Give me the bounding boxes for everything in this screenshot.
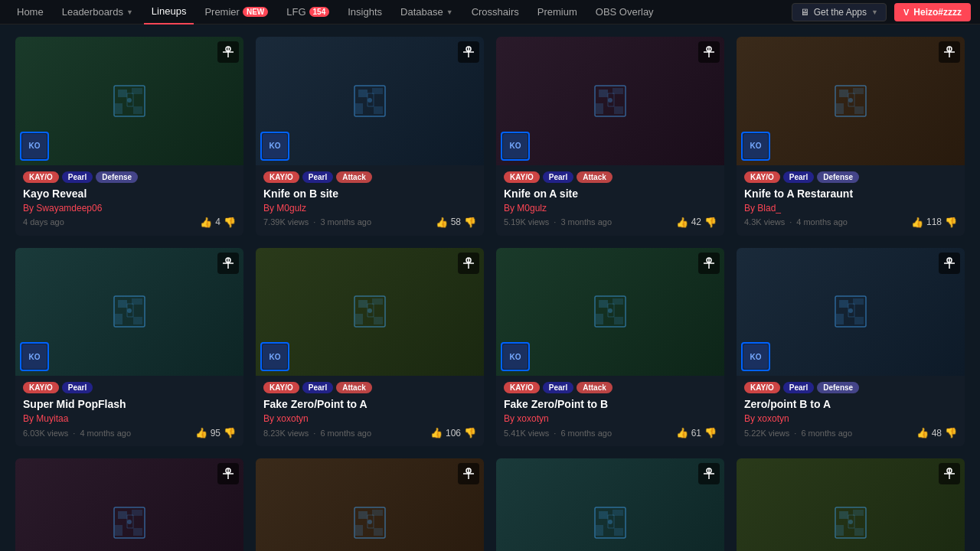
nav-lfg[interactable]: LFG 154: [279, 0, 337, 24]
card-0[interactable]: KO KAY/OPearlDefense Kayo Reveal By Sway…: [15, 37, 243, 236]
thumbnail: KO: [496, 248, 724, 377]
get-apps-button[interactable]: 🖥 Get the Apps ▼: [792, 3, 887, 21]
nav-insights[interactable]: Insights: [340, 0, 390, 24]
upvote-button[interactable]: 👍: [676, 427, 688, 439]
card-body: KAY/OPearlDefense Kayo Reveal By Swayamd…: [15, 165, 243, 236]
svg-rect-75: [115, 525, 122, 536]
card-5[interactable]: KO KAY/OPearlAttack Fake Zero/Point to A…: [256, 248, 484, 447]
svg-point-5: [127, 98, 132, 103]
card-9[interactable]: KO KAY/OPearlAttack B Site Fragment for …: [256, 458, 484, 551]
card-meta: 4.3K views · 4 months ago 👍 118 👎: [744, 217, 957, 228]
card-7[interactable]: KO KAY/OPearlDefense Zero/point B to A B…: [737, 248, 965, 447]
nav-database[interactable]: Database ▼: [393, 0, 461, 24]
agent-avatar: KO: [741, 342, 770, 371]
vote-count: 42: [691, 217, 701, 227]
svg-rect-94: [614, 528, 623, 536]
svg-rect-1: [118, 90, 127, 97]
card-author[interactable]: By xoxotyn: [263, 413, 476, 424]
nav-home[interactable]: Home: [9, 0, 51, 24]
card-votes: 👍 58 👎: [436, 217, 476, 228]
card-author[interactable]: By M0gulz: [504, 203, 717, 214]
thumbnail-image: [15, 37, 243, 165]
card-11[interactable]: KO KAY/OPearlAttack Flash - A Restaurant…: [737, 458, 965, 551]
nav-obs-overlay[interactable]: OBS Overlay: [588, 0, 662, 24]
tags-container: KAY/OPearlDefense: [23, 171, 236, 183]
nav-lineups[interactable]: Lineups: [144, 0, 194, 24]
card-2[interactable]: KO KAY/OPearlAttack Knife on A site By M…: [496, 37, 724, 236]
downvote-button[interactable]: 👎: [464, 217, 476, 228]
lineup-type-icon: [698, 41, 720, 63]
card-author[interactable]: By xoxotyn: [504, 413, 717, 424]
svg-rect-30: [836, 103, 844, 114]
nav-leaderboards[interactable]: Leaderboards ▼: [54, 0, 141, 24]
downvote-button[interactable]: 👎: [464, 427, 476, 439]
tag-agent: KAY/O: [504, 382, 540, 393]
lineup-type-icon: [939, 253, 960, 274]
thumbnail-image: [496, 248, 724, 377]
nav-crosshairs[interactable]: Crosshairs: [464, 0, 527, 24]
card-author[interactable]: By xoxotyn: [744, 413, 957, 424]
downvote-button[interactable]: 👎: [704, 427, 717, 439]
svg-point-77: [127, 520, 132, 524]
card-votes: 👍 4 👎: [200, 217, 236, 228]
downvote-button[interactable]: 👎: [704, 217, 717, 228]
svg-point-50: [368, 308, 372, 313]
tags-container: KAY/OPearlAttack: [263, 171, 476, 183]
card-title: Fake Zero/Point to A: [263, 398, 476, 410]
downvote-button[interactable]: 👎: [224, 217, 236, 228]
upvote-button[interactable]: 👍: [911, 217, 923, 228]
upvote-button[interactable]: 👍: [195, 427, 207, 439]
agent-avatar: KO: [501, 342, 530, 371]
upvote-button[interactable]: 👍: [430, 427, 443, 439]
upvote-button[interactable]: 👍: [436, 217, 448, 228]
tag-attack: Attack: [336, 171, 372, 183]
card-title: Knife to A Restaraunt: [744, 187, 957, 200]
card-10[interactable]: KO KAY/OPearlDefense A Secret to A Main …: [496, 458, 724, 551]
card-time: 3 months ago: [560, 217, 612, 227]
tag-attack: Attack: [577, 382, 612, 393]
thumbnail-image: [737, 37, 965, 165]
lineup-type-icon: [698, 463, 720, 484]
downvote-button[interactable]: 👎: [224, 427, 236, 439]
main-content: KO KAY/OPearlDefense Kayo Reveal By Sway…: [0, 24, 980, 551]
card-6[interactable]: KO KAY/OPearlAttack Fake Zero/Point to B…: [496, 248, 724, 447]
user-menu-button[interactable]: V Heizo#zzzz: [894, 3, 971, 21]
card-votes: 👍 42 👎: [676, 217, 717, 228]
card-author[interactable]: By M0gulz: [263, 203, 476, 214]
tag-agent: KAY/O: [23, 171, 59, 183]
tags-container: KAY/OPearlAttack: [263, 382, 476, 393]
svg-rect-40: [133, 317, 142, 324]
card-3[interactable]: KO KAY/OPearlDefense Knife to A Restarau…: [737, 37, 965, 236]
card-1[interactable]: KO KAY/OPearlAttack Knife on B site By M…: [256, 37, 484, 236]
lfg-badge: 154: [309, 7, 330, 17]
thumbnail-image: [737, 458, 965, 551]
tag-defense: Defense: [96, 171, 138, 183]
vote-count: 106: [446, 428, 461, 439]
tag-map: Pearl: [783, 382, 814, 393]
svg-rect-48: [355, 314, 363, 324]
card-views: 6.03K views: [23, 429, 68, 438]
nav-premier[interactable]: Premier NEW: [197, 0, 276, 24]
card-4[interactable]: KO KAY/OPearl Super Mid PopFlash By Muyi…: [15, 248, 243, 447]
card-time: 6 months ago: [801, 429, 852, 438]
thumbnail-image: [15, 248, 243, 377]
lineup-type-icon: [217, 41, 239, 63]
upvote-button[interactable]: 👍: [916, 427, 929, 439]
card-author[interactable]: By Swayamdeep06: [23, 203, 236, 214]
card-meta: 5.19K views · 3 months ago 👍 42 👎: [504, 217, 717, 228]
card-author[interactable]: By Blad_: [744, 203, 957, 214]
downvote-button[interactable]: 👎: [945, 217, 957, 228]
card-author[interactable]: By Muyitaa: [23, 413, 236, 424]
nav-premium[interactable]: Premium: [530, 0, 585, 24]
card-title: Super Mid PopFlash: [23, 398, 236, 410]
tag-agent: KAY/O: [263, 171, 299, 183]
downvote-button[interactable]: 👎: [945, 427, 957, 439]
avatar-inner: KO: [22, 344, 47, 369]
upvote-button[interactable]: 👍: [200, 217, 212, 228]
card-8[interactable]: KO KAY/OPearlAttack Dugout site A By Sxt…: [15, 458, 243, 551]
upvote-button[interactable]: 👍: [676, 217, 688, 228]
tags-container: KAY/OPearl: [23, 382, 236, 393]
card-title: Fake Zero/Point to B: [504, 398, 717, 410]
thumbnail: KO: [737, 37, 965, 165]
lineup-type-icon: [939, 41, 960, 63]
